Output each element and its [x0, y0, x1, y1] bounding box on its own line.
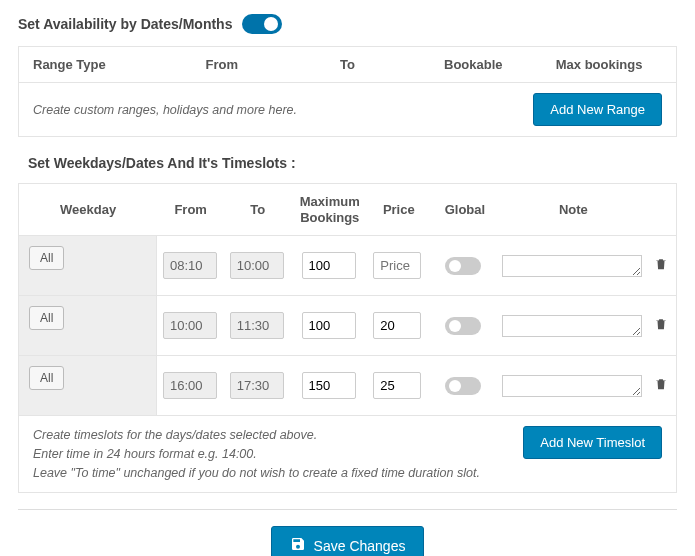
ts-header-max: Maximum Bookings: [291, 194, 368, 225]
global-toggle[interactable]: [445, 257, 481, 275]
availability-title: Set Availability by Dates/Months: [18, 16, 232, 32]
ts-header-note: Note: [500, 202, 646, 217]
availability-toggle[interactable]: [242, 14, 282, 34]
save-icon: [290, 536, 306, 555]
ts-header-price: Price: [368, 202, 429, 217]
delete-icon[interactable]: [654, 377, 668, 394]
note-input[interactable]: [502, 255, 642, 277]
to-input[interactable]: [230, 312, 284, 339]
range-header-type: Range Type: [33, 57, 159, 72]
price-input[interactable]: [373, 312, 421, 339]
from-input[interactable]: [163, 252, 217, 279]
range-table: Range Type From To Bookable Max bookings…: [18, 46, 677, 137]
price-input[interactable]: [373, 252, 421, 279]
note-input[interactable]: [502, 315, 642, 337]
delete-icon[interactable]: [654, 257, 668, 274]
timeslot-hints: Create timeslots for the days/dates sele…: [33, 426, 480, 482]
note-input[interactable]: [502, 375, 642, 397]
timeslot-row: All: [19, 296, 676, 356]
save-label: Save Changes: [314, 538, 406, 554]
weekday-all-button[interactable]: All: [29, 306, 64, 330]
max-bookings-input[interactable]: [302, 372, 356, 399]
timeslot-row: All: [19, 236, 676, 296]
range-header-to: To: [285, 57, 411, 72]
price-input[interactable]: [373, 372, 421, 399]
add-range-button[interactable]: Add New Range: [533, 93, 662, 126]
add-timeslot-button[interactable]: Add New Timeslot: [523, 426, 662, 459]
global-toggle[interactable]: [445, 377, 481, 395]
max-bookings-input[interactable]: [302, 312, 356, 339]
range-header-from: From: [159, 57, 285, 72]
timeslot-table: Weekday From To Maximum Bookings Price G…: [18, 183, 677, 493]
weekday-all-button[interactable]: All: [29, 246, 64, 270]
timeslot-section-title: Set Weekdays/Dates And It's Timeslots :: [28, 155, 677, 171]
ts-header-from: From: [157, 202, 224, 217]
from-input[interactable]: [163, 312, 217, 339]
range-header-max: Max bookings: [536, 57, 662, 72]
save-button[interactable]: Save Changes: [271, 526, 425, 556]
delete-icon[interactable]: [654, 317, 668, 334]
max-bookings-input[interactable]: [302, 252, 356, 279]
range-header-bookable: Bookable: [410, 57, 536, 72]
global-toggle[interactable]: [445, 317, 481, 335]
range-hint: Create custom ranges, holidays and more …: [33, 103, 297, 117]
ts-header-to: To: [224, 202, 291, 217]
divider: [18, 509, 677, 510]
from-input[interactable]: [163, 372, 217, 399]
ts-header-weekday: Weekday: [19, 202, 157, 217]
ts-header-global: Global: [429, 202, 500, 217]
to-input[interactable]: [230, 252, 284, 279]
timeslot-row: All: [19, 356, 676, 416]
to-input[interactable]: [230, 372, 284, 399]
weekday-all-button[interactable]: All: [29, 366, 64, 390]
